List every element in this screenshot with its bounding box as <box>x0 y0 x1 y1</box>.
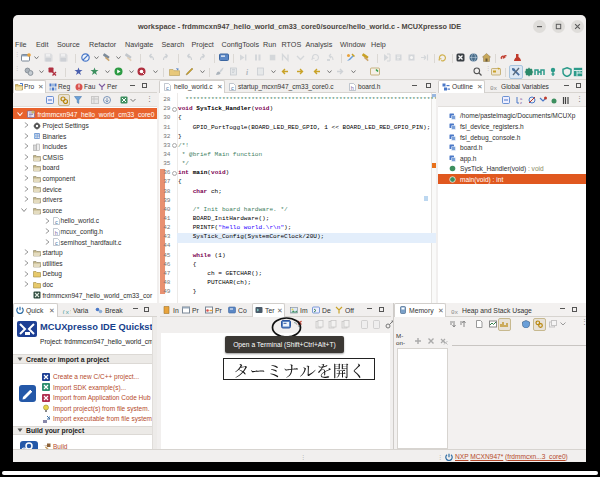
svg-text:(x): (x) <box>62 308 71 314</box>
svg-text:c: c <box>54 240 57 246</box>
svg-text:0x: 0x <box>451 308 459 314</box>
svg-text:c: c <box>166 84 169 90</box>
svg-text:0x: 0x <box>490 85 498 91</box>
svg-text:c: c <box>231 84 234 90</box>
svg-text:c: c <box>54 219 57 225</box>
svg-text:i: i <box>246 68 249 77</box>
svg-text:h: h <box>54 229 57 235</box>
svg-text:z: z <box>520 100 522 104</box>
svg-text:h: h <box>351 84 354 90</box>
svg-text:01: 01 <box>34 134 40 139</box>
